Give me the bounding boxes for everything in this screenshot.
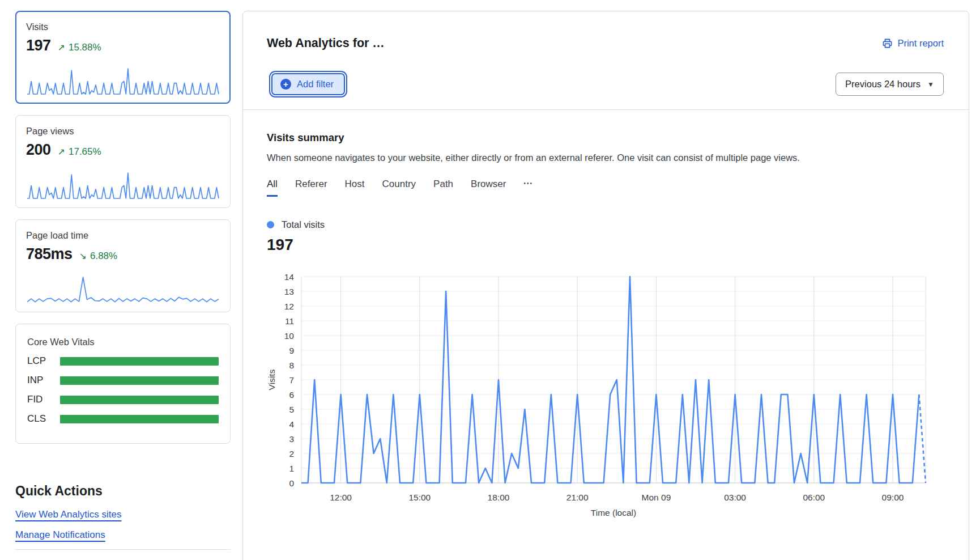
sparkline-chart bbox=[26, 66, 220, 96]
visits-summary-title: Visits summary bbox=[267, 131, 944, 144]
vital-label-fid: FID bbox=[27, 394, 60, 405]
add-filter-label: Add filter bbox=[297, 79, 334, 90]
svg-text:6: 6 bbox=[289, 390, 294, 400]
quick-actions-links: View Web Analytics sitesManage Notificat… bbox=[15, 499, 231, 540]
page-title: Web Analytics for … bbox=[267, 36, 385, 50]
core-web-vitals-title: Core Web Vitals bbox=[27, 337, 219, 347]
metric-value: 197 bbox=[26, 37, 51, 54]
svg-text:13: 13 bbox=[284, 287, 294, 296]
core-web-vitals-row: INP bbox=[27, 375, 219, 386]
trend-up-icon: ↗ bbox=[58, 42, 65, 53]
core-web-vitals-row: FID bbox=[27, 394, 219, 405]
quick-action-link[interactable]: Manage Notifications bbox=[15, 530, 105, 540]
panel-header: Web Analytics for … Print report + Add f… bbox=[243, 11, 969, 110]
web-analytics-panel: Web Analytics for … Print report + Add f… bbox=[242, 11, 969, 560]
sidebar-divider bbox=[15, 549, 231, 550]
tab-all[interactable]: All bbox=[267, 179, 278, 197]
metric-delta-value: 6.88% bbox=[90, 251, 117, 262]
svg-text:5: 5 bbox=[289, 405, 294, 414]
vital-label-cls: CLS bbox=[27, 413, 60, 425]
svg-text:1: 1 bbox=[289, 464, 294, 473]
svg-text:10: 10 bbox=[284, 331, 295, 341]
chart-legend: Total visits bbox=[267, 219, 944, 230]
quick-actions-title: Quick Actions bbox=[15, 483, 231, 499]
metric-card-list: Visits197↗15.88%Page views200↗17.65%Page… bbox=[15, 11, 231, 312]
metric-card-title: Page load time bbox=[26, 230, 220, 241]
printer-icon bbox=[882, 38, 893, 49]
svg-text:Visits: Visits bbox=[267, 369, 276, 390]
metric-value: 785ms bbox=[26, 245, 73, 263]
svg-text:12:00: 12:00 bbox=[330, 493, 352, 502]
svg-text:8: 8 bbox=[289, 360, 294, 370]
tab-host[interactable]: Host bbox=[345, 179, 365, 197]
time-range-label: Previous 24 hours bbox=[845, 79, 921, 90]
metric-card-page-load-time[interactable]: Page load time785ms↘6.88% bbox=[15, 219, 231, 312]
metric-card-title: Visits bbox=[26, 22, 220, 32]
vital-status-bar bbox=[60, 376, 219, 385]
svg-text:14: 14 bbox=[284, 272, 295, 282]
trend-down-icon: ↘ bbox=[79, 251, 87, 261]
svg-text:03:00: 03:00 bbox=[724, 493, 746, 502]
svg-text:2: 2 bbox=[289, 449, 294, 459]
vital-status-bar bbox=[60, 357, 219, 366]
svg-text:0: 0 bbox=[289, 478, 294, 488]
core-web-vitals-row: LCP bbox=[27, 355, 219, 367]
chevron-down-icon: ▼ bbox=[927, 80, 934, 88]
metric-value: 200 bbox=[26, 141, 51, 159]
metric-delta-value: 15.88% bbox=[69, 42, 101, 53]
svg-text:Mon 09: Mon 09 bbox=[642, 493, 671, 502]
svg-text:18:00: 18:00 bbox=[488, 493, 510, 502]
svg-text:21:00: 21:00 bbox=[566, 493, 589, 502]
add-filter-button[interactable]: + Add filter bbox=[271, 73, 345, 95]
total-visits-value: 197 bbox=[267, 236, 944, 254]
tab-path[interactable]: Path bbox=[433, 179, 453, 197]
core-web-vitals-row: CLS bbox=[27, 413, 219, 425]
metric-card-title: Page views bbox=[26, 126, 220, 137]
svg-text:09:00: 09:00 bbox=[882, 493, 904, 502]
svg-text:06:00: 06:00 bbox=[803, 493, 825, 502]
metric-card-visits[interactable]: Visits197↗15.88% bbox=[15, 11, 231, 104]
tab-more[interactable]: ••• bbox=[523, 180, 533, 195]
tab-referer[interactable]: Referer bbox=[295, 179, 327, 197]
vital-label-inp: INP bbox=[27, 375, 60, 386]
trend-up-icon: ↗ bbox=[58, 146, 65, 157]
svg-text:11: 11 bbox=[285, 316, 294, 326]
dimension-tabs: AllRefererHostCountryPathBrowser••• bbox=[267, 179, 944, 197]
time-range-dropdown[interactable]: Previous 24 hours ▼ bbox=[836, 73, 944, 96]
svg-text:15:00: 15:00 bbox=[408, 493, 431, 502]
svg-text:3: 3 bbox=[289, 434, 294, 444]
sparkline-chart bbox=[26, 274, 220, 305]
metric-delta: ↗17.65% bbox=[58, 146, 101, 158]
core-web-vitals-rows: LCPINPFIDCLS bbox=[27, 355, 219, 425]
quick-action-link[interactable]: View Web Analytics sites bbox=[15, 510, 121, 519]
line-chart-svg: 0123456789101112131412:0015:0018:0021:00… bbox=[267, 268, 946, 524]
quick-actions-section: Quick Actions View Web Analytics sitesMa… bbox=[15, 483, 231, 550]
metric-card-page-views[interactable]: Page views200↗17.65% bbox=[15, 115, 231, 208]
svg-text:Time (local): Time (local) bbox=[591, 508, 636, 517]
tab-browser[interactable]: Browser bbox=[471, 179, 506, 197]
svg-text:7: 7 bbox=[289, 375, 294, 385]
vital-label-lcp: LCP bbox=[27, 355, 60, 367]
print-report-label: Print report bbox=[897, 38, 944, 49]
visits-chart: 0123456789101112131412:0015:0018:0021:00… bbox=[267, 268, 944, 526]
svg-text:9: 9 bbox=[289, 346, 294, 355]
visits-summary-section: Visits summary When someone navigates to… bbox=[243, 110, 969, 526]
plus-circle-icon: + bbox=[280, 79, 291, 90]
svg-text:4: 4 bbox=[289, 419, 294, 429]
vital-status-bar bbox=[60, 396, 219, 404]
tab-country[interactable]: Country bbox=[382, 179, 416, 197]
sparkline-chart bbox=[26, 170, 220, 201]
metric-delta: ↘6.88% bbox=[79, 251, 118, 262]
vital-status-bar bbox=[60, 415, 219, 423]
svg-text:12: 12 bbox=[284, 302, 294, 311]
metric-delta: ↗15.88% bbox=[58, 42, 101, 53]
legend-dot-icon bbox=[267, 221, 274, 228]
legend-label: Total visits bbox=[282, 219, 325, 230]
core-web-vitals-card[interactable]: Core Web Vitals LCPINPFIDCLS bbox=[15, 324, 231, 444]
visits-summary-description: When someone navigates to your website, … bbox=[267, 152, 944, 163]
sidebar: Visits197↗15.88%Page views200↗17.65%Page… bbox=[15, 11, 231, 550]
print-report-link[interactable]: Print report bbox=[882, 38, 944, 49]
metric-delta-value: 17.65% bbox=[69, 146, 101, 158]
